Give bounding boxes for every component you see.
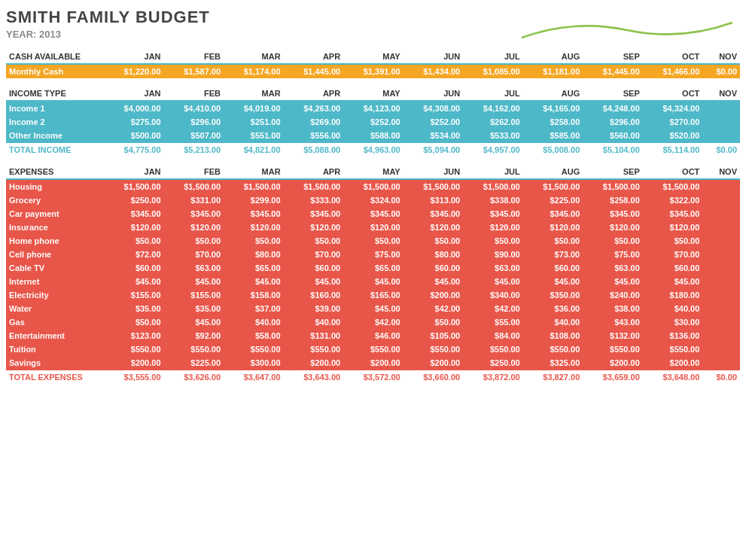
expenses-table: EXPENSES JAN FEB MAR APR MAY JUN JUL AUG… [6,161,740,384]
expense-cell-5-5: $80.00 [403,248,464,261]
expense-cell-3-10 [702,221,740,234]
expense-row-0: Housing$1,500.00$1,500.00$1,500.00$1,500… [6,179,740,193]
income-cell-0-0: $4,000.00 [104,101,164,115]
expense-cell-0-1: $1,500.00 [164,179,224,193]
income-cell-1-8: $296.00 [583,115,643,129]
expense-cell-4-6: $50.00 [463,234,523,248]
income-col-apr: APR [284,83,344,101]
expense-cell-11-6: $84.00 [463,329,523,342]
expense-row-2: Car payment$345.00$345.00$345.00$345.00$… [6,207,740,221]
expense-cell-3-8: $120.00 [583,221,643,234]
expense-cell-1-7: $225.00 [523,193,583,207]
expense-cell-4-5: $50.00 [403,234,464,248]
expense-cell-2-7: $345.00 [523,207,583,221]
expense-cell-8-1: $155.00 [164,288,224,302]
expense-cell-3-0: $120.00 [104,221,164,234]
expense-cell-8-9: $180.00 [643,288,703,302]
expense-cell-1-3: $333.00 [284,193,344,207]
expenses-total-cell-9: $3,648.00 [643,370,703,385]
expense-cell-4-1: $50.00 [164,234,224,248]
income-body: Income 1$4,000.00$4,410.00$4,019.00$4,26… [6,101,740,157]
cash-cell-0-2: $1,174.00 [224,64,284,78]
expense-cell-7-3: $45.00 [284,275,344,288]
expense-cell-12-8: $550.00 [583,342,643,356]
expense-cell-13-6: $250.00 [463,356,523,370]
income-row-0: Income 1$4,000.00$4,410.00$4,019.00$4,26… [6,101,740,115]
expense-cell-4-4: $50.00 [343,234,403,248]
expense-cell-7-4: $45.00 [343,275,403,288]
expense-row-6: Cable TV$60.00$63.00$65.00$60.00$65.00$6… [6,261,740,275]
expenses-col-jun: JUN [403,161,464,179]
expenses-col-aug: AUG [523,161,583,179]
income-col-aug: AUG [523,83,583,101]
expense-cell-7-5: $45.00 [403,275,464,288]
income-col-sep: SEP [583,83,643,101]
expense-cell-11-8: $132.00 [583,329,643,342]
expense-cell-0-3: $1,500.00 [284,179,344,193]
expenses-col-jul: JUL [463,161,523,179]
expense-cell-1-8: $258.00 [583,193,643,207]
income-cell-2-0: $500.00 [104,129,164,143]
expense-row-9: Water$35.00$35.00$37.00$39.00$45.00$42.0… [6,302,740,315]
expenses-total-cell-4: $3,572.00 [343,370,403,385]
expense-cell-4-2: $50.00 [224,234,284,248]
cash-col-feb: FEB [164,46,224,64]
expense-cell-4-3: $50.00 [284,234,344,248]
expense-row-5: Cell phone$72.00$70.00$80.00$70.00$75.00… [6,248,740,261]
expenses-total-cell-3: $3,643.00 [284,370,344,385]
expense-cell-8-5: $200.00 [403,288,464,302]
expense-cell-9-10 [702,302,740,315]
expense-row-label-4: Home phone [6,234,104,248]
expense-cell-3-5: $120.00 [403,221,464,234]
expense-cell-13-0: $200.00 [104,356,164,370]
expense-cell-10-9: $30.00 [643,315,703,329]
expense-cell-9-1: $35.00 [164,302,224,315]
expense-row-label-8: Electricity [6,288,104,302]
expenses-col-nov: NOV [702,161,740,179]
expense-cell-0-5: $1,500.00 [403,179,464,193]
income-section-label: INCOME TYPE [6,83,104,101]
income-cell-0-2: $4,019.00 [224,101,284,115]
expense-cell-10-3: $40.00 [284,315,344,329]
expense-cell-1-4: $324.00 [343,193,403,207]
expense-cell-9-4: $45.00 [343,302,403,315]
income-cell-0-7: $4,165.00 [523,101,583,115]
expense-cell-5-4: $75.00 [343,248,403,261]
cash-col-jan: JAN [104,46,164,64]
expense-cell-9-3: $39.00 [284,302,344,315]
expense-cell-5-7: $73.00 [523,248,583,261]
income-total-cell-6: $4,957.00 [463,143,523,157]
cash-col-jun: JUN [403,46,464,64]
expense-cell-7-6: $45.00 [463,275,523,288]
expense-row-label-7: Internet [6,275,104,288]
expense-row-label-0: Housing [6,179,104,193]
cash-row-0: Monthly Cash$1,220.00$1,587.00$1,174.00$… [6,64,740,78]
expense-cell-9-9: $40.00 [643,302,703,315]
expense-cell-3-7: $120.00 [523,221,583,234]
expense-cell-10-6: $55.00 [463,315,523,329]
expense-cell-12-3: $550.00 [284,342,344,356]
expense-cell-7-2: $45.00 [224,275,284,288]
cash-header-row: CASH AVAILABLE JAN FEB MAR APR MAY JUN J… [6,46,740,64]
income-cell-1-0: $275.00 [104,115,164,129]
expense-cell-9-0: $35.00 [104,302,164,315]
expense-row-8: Electricity$155.00$155.00$158.00$160.00$… [6,288,740,302]
income-cell-2-9: $520.00 [643,129,703,143]
income-col-jan: JAN [104,83,164,101]
expense-cell-0-7: $1,500.00 [523,179,583,193]
income-cell-2-4: $588.00 [343,129,403,143]
income-cell-0-6: $4,162.00 [463,101,523,115]
expense-cell-6-5: $60.00 [403,261,464,275]
cash-col-aug: AUG [523,46,583,64]
expense-cell-7-0: $45.00 [104,275,164,288]
income-cell-2-8: $560.00 [583,129,643,143]
expense-row-label-3: Insurance [6,221,104,234]
income-total-cell-7: $5,008.00 [523,143,583,157]
expense-row-label-13: Savings [6,356,104,370]
expense-cell-6-2: $65.00 [224,261,284,275]
income-cell-2-7: $585.00 [523,129,583,143]
income-cell-1-4: $252.00 [343,115,403,129]
expense-cell-11-2: $58.00 [224,329,284,342]
expenses-total-cell-7: $3,827.00 [523,370,583,385]
expenses-col-sep: SEP [583,161,643,179]
